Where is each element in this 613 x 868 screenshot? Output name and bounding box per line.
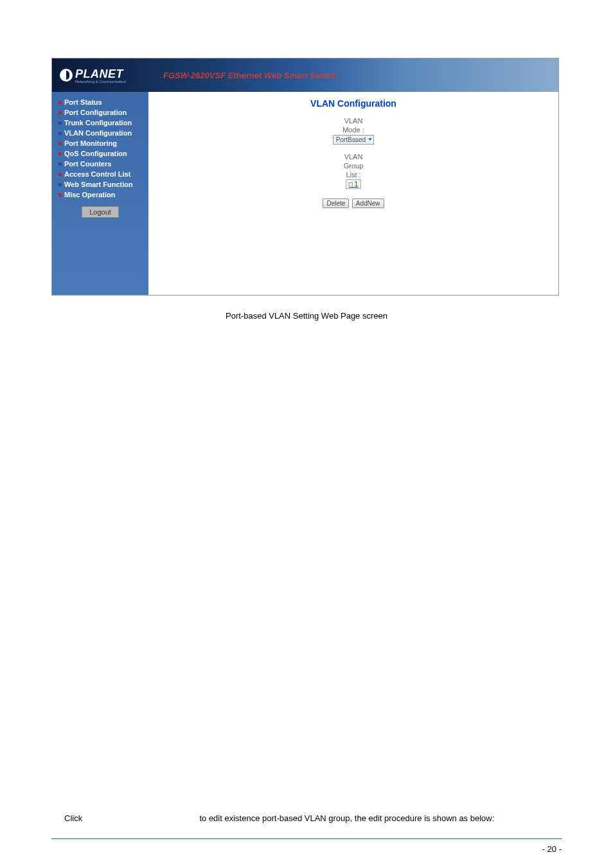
bullet-icon: [58, 183, 62, 186]
bullet-icon: [58, 111, 62, 114]
vlan-mode-label: Mode :: [155, 125, 552, 134]
sidebar-item-port-monitoring[interactable]: Port Monitoring: [58, 138, 142, 148]
bullet-icon: [58, 142, 62, 145]
vlan-mode-select[interactable]: PortBased: [333, 135, 375, 145]
sidebar-item-access-control-list[interactable]: Access Control List: [58, 169, 142, 179]
page-title: VLAN Configuration: [155, 98, 552, 109]
delete-button[interactable]: Delete: [323, 199, 349, 208]
sidebar: Port Status Port Configuration Trunk Con…: [52, 92, 148, 295]
bullet-icon: [58, 173, 62, 176]
bullet-icon: [58, 121, 62, 125]
sidebar-item-vlan-configuration[interactable]: VLAN Configuration: [58, 128, 142, 138]
vlan-group-label: List :: [155, 170, 552, 179]
instruction-text: Click to edit existence port-based VLAN …: [64, 813, 494, 823]
instruction-suffix: to edit existence port-based VLAN group,…: [199, 813, 494, 823]
vlan-group-block: VLAN Group List : □ 1: [155, 152, 552, 190]
sidebar-item-port-counters[interactable]: Port Counters: [58, 159, 142, 169]
sidebar-item-label: VLAN Configuration: [64, 129, 132, 137]
sidebar-item-label: Misc Operation: [64, 191, 115, 199]
bullet-icon: [58, 152, 62, 155]
sidebar-item-label: Access Control List: [64, 170, 130, 178]
sidebar-item-label: Port Configuration: [64, 109, 127, 116]
sidebar-item-label: Port Monitoring: [64, 139, 117, 147]
sidebar-item-qos-configuration[interactable]: QoS Configuration: [58, 148, 142, 159]
footer-divider: [51, 838, 562, 839]
sidebar-item-label: Port Counters: [64, 160, 111, 168]
vlan-group-item-link[interactable]: □ 1: [346, 179, 361, 189]
logo: PLANET Networking & Communication: [60, 67, 126, 84]
vlan-group-label: VLAN: [155, 152, 552, 161]
planet-logo-icon: [60, 69, 73, 82]
vlan-mode-block: VLAN Mode : PortBased: [155, 116, 552, 145]
sidebar-item-label: Web Smart Function: [64, 181, 133, 188]
app-header: PLANET Networking & Communication FGSW-2…: [52, 58, 558, 92]
instruction-prefix: Click: [64, 813, 82, 823]
bullet-icon: [58, 163, 62, 166]
vlan-group-label: Group: [155, 161, 552, 170]
logout-button[interactable]: Logout: [82, 206, 119, 218]
vlan-mode-label: VLAN: [155, 116, 552, 125]
logo-text: PLANET: [75, 67, 126, 81]
screenshot-frame: PLANET Networking & Communication FGSW-2…: [51, 58, 559, 296]
sidebar-item-misc-operation[interactable]: Misc Operation: [58, 190, 142, 200]
sidebar-item-port-configuration[interactable]: Port Configuration: [58, 107, 142, 118]
sidebar-item-label: Trunk Configuration: [64, 119, 132, 127]
sidebar-item-trunk-configuration[interactable]: Trunk Configuration: [58, 118, 142, 128]
sidebar-item-web-smart-function[interactable]: Web Smart Function: [58, 179, 142, 190]
addnew-button[interactable]: AddNew: [352, 199, 384, 208]
bullet-icon: [58, 193, 62, 197]
sidebar-item-label: Port Status: [64, 98, 102, 106]
logo-subtitle: Networking & Communication: [75, 80, 126, 84]
figure-caption: Port-based VLAN Setting Web Page screen: [51, 311, 562, 321]
sidebar-item-port-status[interactable]: Port Status: [58, 97, 142, 107]
bullet-icon: [58, 101, 62, 104]
page-number: - 20 -: [542, 844, 562, 854]
main-content: VLAN Configuration VLAN Mode : PortBased…: [148, 92, 558, 295]
sidebar-item-label: QoS Configuration: [64, 150, 127, 157]
bullet-icon: [58, 132, 62, 135]
header-title: FGSW-2620VSF Ethernet Web Smart Switch: [163, 71, 337, 80]
